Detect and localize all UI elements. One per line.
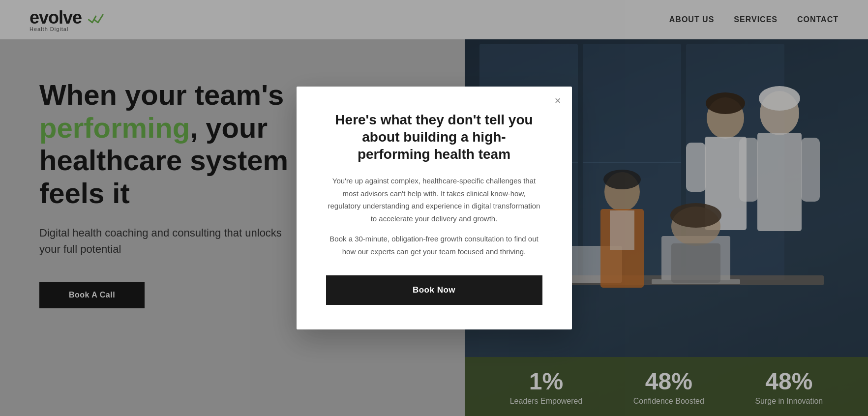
- modal-overlay[interactable]: × Here's what they don't tell you about …: [0, 0, 868, 416]
- modal-body-paragraph-1: You're up against complex, healthcare-sp…: [326, 175, 542, 225]
- modal-title: Here's what they don't tell you about bu…: [326, 111, 542, 163]
- modal-book-now-button[interactable]: Book Now: [326, 275, 542, 305]
- modal-body-paragraph-2: Book a 30-minute, obligation-free growth…: [326, 233, 542, 258]
- modal-close-button[interactable]: ×: [555, 95, 561, 106]
- modal-dialog: × Here's what they don't tell you about …: [297, 87, 572, 329]
